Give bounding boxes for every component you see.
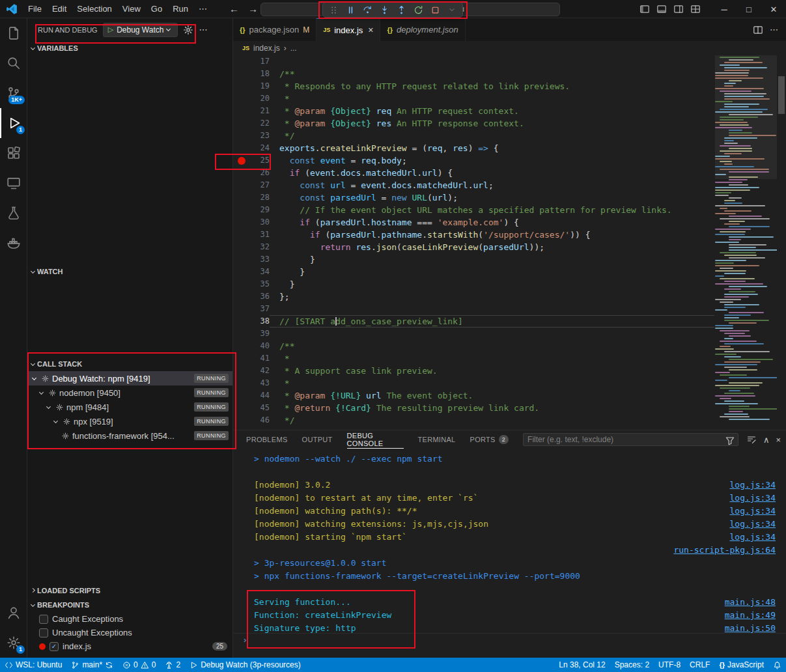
source-location-link[interactable]: run-script-pkg.js:64 xyxy=(673,544,776,557)
minimize-button[interactable]: ─ xyxy=(712,0,737,18)
breakpoint-gutter[interactable] xyxy=(233,229,250,241)
maximize-panel-icon[interactable]: ∧ xyxy=(763,435,770,445)
filter-input[interactable] xyxy=(527,435,723,444)
breakpoint-gutter[interactable] xyxy=(233,241,250,253)
status-remote-indicator[interactable]: WSL: Ubuntu xyxy=(0,658,66,672)
breakpoint-gutter[interactable] xyxy=(233,414,250,427)
breakpoint-gutter[interactable] xyxy=(233,68,250,80)
checkbox[interactable]: ✓ xyxy=(49,642,59,651)
activity-testing[interactable] xyxy=(0,198,27,228)
source-location-link[interactable]: main.js:49 xyxy=(725,609,776,622)
breakpoint-gutter[interactable] xyxy=(233,389,250,402)
step-out-icon[interactable] xyxy=(393,3,409,16)
checkbox[interactable] xyxy=(39,615,48,624)
chevron-down-icon[interactable] xyxy=(444,3,460,16)
section-breakpoints[interactable]: BREAKPOINTS xyxy=(27,598,232,612)
maximize-button[interactable]: □ xyxy=(737,0,761,18)
back-arrow-icon[interactable]: ← xyxy=(229,3,239,14)
menu-view[interactable]: View xyxy=(117,2,146,16)
status-cursor-position[interactable]: Ln 38, Col 12 xyxy=(554,658,610,672)
status-problems[interactable]: 00 xyxy=(118,658,160,672)
breakpoint-gutter[interactable] xyxy=(233,402,250,414)
status-git-branch[interactable]: main* xyxy=(66,658,118,672)
toggle-secondary-sidebar-icon[interactable] xyxy=(671,2,686,16)
menu-go[interactable]: Go xyxy=(146,2,167,16)
chevron-down-icon[interactable] xyxy=(39,389,44,394)
breakpoint-row[interactable]: Caught Exceptions xyxy=(27,612,232,626)
panel-tab-ports[interactable]: PORTS2 xyxy=(470,430,509,449)
activity-search[interactable] xyxy=(0,48,27,78)
section-variables[interactable]: VARIABLES xyxy=(27,41,232,55)
close-panel-icon[interactable]: × xyxy=(776,435,781,445)
status-language-mode[interactable]: {}JavaScript xyxy=(714,658,768,672)
close-button[interactable]: ✕ xyxy=(761,0,786,18)
status-debug-status[interactable]: Debug Watch (3p-resources) xyxy=(185,658,305,672)
menu-run[interactable]: Run xyxy=(167,2,193,16)
breakpoint-gutter[interactable] xyxy=(233,154,250,167)
call-stack-row[interactable]: nodemon [9450]RUNNING xyxy=(27,385,232,400)
call-stack-row[interactable]: npm [9484]RUNNING xyxy=(27,400,232,414)
activity-extensions[interactable] xyxy=(0,138,27,168)
activity-settings[interactable]: 1 xyxy=(0,628,27,658)
menu-edit[interactable]: Edit xyxy=(47,2,72,16)
toggle-panel-icon[interactable] xyxy=(654,2,669,16)
breadcrumb[interactable]: JS index.js › ... xyxy=(233,41,786,55)
pause-icon[interactable] xyxy=(343,3,358,16)
step-over-icon[interactable] xyxy=(359,3,375,16)
tab-index.js[interactable]: JSindex.js× xyxy=(316,18,380,41)
views-more-icon[interactable]: ⋯ xyxy=(199,25,207,35)
status-indentation[interactable]: Spaces: 2 xyxy=(610,658,654,672)
activity-remote-explorer[interactable] xyxy=(0,168,27,198)
breakpoint-row[interactable]: Uncaught Exceptions xyxy=(27,626,232,639)
breakpoint-row[interactable]: ✓index.js25 xyxy=(27,639,232,653)
tab-deployment.json[interactable]: {}deployment.json xyxy=(380,18,465,41)
panel-tab-problems[interactable]: PROBLEMS xyxy=(246,430,288,449)
breakpoint-gutter[interactable] xyxy=(233,130,250,142)
section-call-stack[interactable]: CALL STACK xyxy=(27,357,232,371)
breakpoint-gutter[interactable] xyxy=(233,167,250,179)
breakpoint-gutter[interactable] xyxy=(233,290,250,303)
breakpoint-gutter[interactable] xyxy=(233,266,250,278)
split-editor-icon[interactable] xyxy=(753,25,763,35)
stop-icon[interactable] xyxy=(427,3,443,16)
section-watch[interactable]: WATCH xyxy=(27,264,232,279)
call-stack-row[interactable]: functions-framework [954...RUNNING xyxy=(27,428,232,443)
tab-package.json[interactable]: {}package.jsonM xyxy=(233,18,316,41)
editor-more-icon[interactable]: ⋯ xyxy=(770,25,778,35)
minimap[interactable] xyxy=(715,57,777,428)
status-forwarded-ports[interactable]: 2 xyxy=(160,658,185,672)
close-tab-icon[interactable]: × xyxy=(368,25,373,35)
toggle-sidebar-icon[interactable] xyxy=(638,2,652,16)
breakpoint-gutter[interactable] xyxy=(233,278,250,290)
source-location-link[interactable]: main.js:50 xyxy=(725,622,776,633)
start-debug-icon[interactable]: ▷ xyxy=(108,25,113,34)
menu-selection[interactable]: Selection xyxy=(72,2,117,16)
activity-run-and-debug[interactable]: 1 xyxy=(0,108,27,138)
debug-settings-gear-icon[interactable] xyxy=(183,25,193,35)
chevron-down-icon[interactable] xyxy=(46,404,51,408)
panel-tab-debug-console[interactable]: DEBUG CONSOLE xyxy=(347,430,404,449)
breakpoint-gutter[interactable] xyxy=(233,365,250,377)
source-location-link[interactable]: log.js:34 xyxy=(730,518,776,531)
call-stack-row[interactable]: Debug Watch: npm [9419]RUNNING xyxy=(27,371,232,385)
status-notifications[interactable] xyxy=(768,658,786,672)
debug-console-input[interactable]: › xyxy=(233,633,786,646)
customize-layout-icon[interactable] xyxy=(688,2,703,16)
breakpoint-gutter[interactable] xyxy=(233,377,250,389)
forward-arrow-icon[interactable]: → xyxy=(248,3,258,14)
step-into-icon[interactable] xyxy=(376,3,392,16)
panel-tab-output[interactable]: OUTPUT xyxy=(302,430,333,449)
breakpoint-gutter[interactable] xyxy=(233,142,250,154)
editor-scrollbar[interactable] xyxy=(778,76,785,114)
restart-icon[interactable] xyxy=(410,3,426,16)
source-location-link[interactable]: log.js:34 xyxy=(730,505,776,518)
breakpoint-gutter[interactable] xyxy=(233,55,250,68)
breakpoint-gutter[interactable] xyxy=(233,204,250,216)
breakpoint-gutter[interactable] xyxy=(233,105,250,117)
checkbox[interactable] xyxy=(39,628,48,637)
launch-config-dropdown[interactable]: ▷ Debug Watch xyxy=(103,23,178,37)
breakpoint-gutter[interactable] xyxy=(233,179,250,191)
breakpoint-gutter[interactable] xyxy=(233,253,250,266)
code-editor[interactable]: 1718/**19 * Responds to any HTTP request… xyxy=(233,55,786,430)
source-location-link[interactable]: log.js:34 xyxy=(730,492,776,505)
